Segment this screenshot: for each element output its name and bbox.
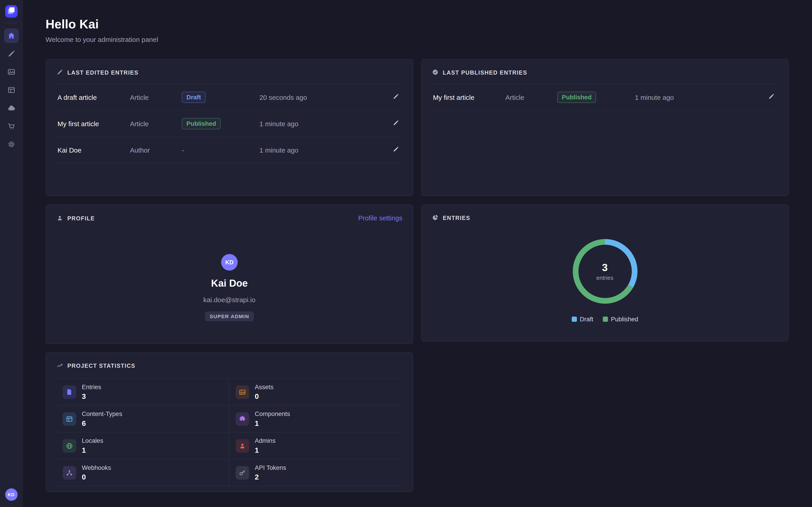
pencil-icon xyxy=(56,69,63,75)
status-badge: Published xyxy=(557,92,596,103)
project-statistics-title: PROJECT STATISTICS xyxy=(67,362,135,369)
stat-label: Locales xyxy=(82,437,103,444)
check-circle-icon xyxy=(432,69,439,75)
stat-value: 6 xyxy=(82,419,122,428)
stat-value: 0 xyxy=(82,473,111,481)
page-title: Hello Kai xyxy=(46,17,789,32)
dashboard-grid: LAST EDITED ENTRIES A draft article Arti… xyxy=(46,59,789,492)
edit-entry-button[interactable] xyxy=(766,91,777,103)
sidebar-item-home[interactable] xyxy=(4,29,18,43)
stats-grid: Entries3 Assets0 Content-Types6 Componen… xyxy=(56,378,402,486)
legend-label: Published xyxy=(611,316,638,323)
table-row[interactable]: Kai Doe Author - 1 minute ago xyxy=(56,137,402,163)
image-icon xyxy=(7,68,15,76)
stat-value: 1 xyxy=(255,419,290,428)
globe-icon xyxy=(63,439,76,452)
image-icon xyxy=(236,385,249,399)
entries-card: ENTRIES 3 entries Draft xyxy=(421,205,789,341)
stat-label: Webhooks xyxy=(82,464,111,471)
stat-label: Assets xyxy=(255,383,273,391)
pencil-icon xyxy=(393,146,399,154)
user-icon xyxy=(236,439,249,452)
trend-up-icon xyxy=(56,362,63,369)
page-subtitle: Welcome to your administration panel xyxy=(46,36,789,43)
layout-icon xyxy=(7,86,15,94)
stat-label: Admins xyxy=(255,437,275,444)
book-icon xyxy=(63,385,76,399)
role-badge: SUPER ADMIN xyxy=(205,312,254,321)
pencil-icon xyxy=(7,50,15,58)
home-icon xyxy=(7,32,15,40)
stat-label: Components xyxy=(255,410,290,417)
entry-kind: Article xyxy=(130,93,182,101)
profile-title: PROFILE xyxy=(67,215,95,221)
stat-locales: Locales1 xyxy=(56,433,230,459)
stat-value: 1 xyxy=(255,446,275,454)
sidebar-item-content-type-builder[interactable] xyxy=(4,83,18,97)
cloud-icon xyxy=(7,104,15,112)
sidebar-divider xyxy=(5,23,17,23)
entry-time: 1 minute ago xyxy=(259,120,387,127)
strapi-logo-icon xyxy=(8,7,14,16)
hub-icon xyxy=(63,466,76,479)
last-edited-title: LAST EDITED ENTRIES xyxy=(67,69,139,75)
layout-icon xyxy=(63,412,76,426)
legend-label: Draft xyxy=(580,316,594,323)
table-row[interactable]: My first article Article Published 1 min… xyxy=(432,84,778,111)
page-header: Hello Kai Welcome to your administration… xyxy=(46,17,789,44)
entry-name: Kai Doe xyxy=(57,146,130,154)
last-edited-card: LAST EDITED ENTRIES A draft article Arti… xyxy=(46,59,413,196)
stat-value: 3 xyxy=(82,392,101,400)
sidebar-user-avatar[interactable]: KD xyxy=(5,488,17,501)
stat-label: Entries xyxy=(82,383,101,391)
edit-entry-button[interactable] xyxy=(391,117,401,130)
last-published-title: LAST PUBLISHED ENTRIES xyxy=(443,69,527,75)
entry-time: 1 minute ago xyxy=(259,146,387,154)
legend-item-published: Published xyxy=(603,316,638,323)
sidebar-item-content-manager[interactable] xyxy=(4,47,18,61)
stat-value: 1 xyxy=(82,446,103,454)
entry-name: My first article xyxy=(57,120,130,127)
entries-total-label: entries xyxy=(596,275,613,281)
stat-label: Content-Types xyxy=(82,410,122,417)
profile-avatar: KD xyxy=(221,254,238,270)
last-published-table: My first article Article Published 1 min… xyxy=(432,84,778,111)
profile-name: Kai Doe xyxy=(211,278,248,289)
gear-icon xyxy=(7,140,15,149)
stat-components: Components1 xyxy=(230,406,402,433)
pie-chart-icon xyxy=(432,214,439,221)
last-published-card: LAST PUBLISHED ENTRIES My first article … xyxy=(421,59,789,196)
stat-webhooks: Webhooks0 xyxy=(56,459,230,486)
stat-admins: Admins1 xyxy=(230,433,402,459)
entry-kind: Article xyxy=(130,120,182,127)
pencil-icon xyxy=(393,93,399,101)
edit-entry-button[interactable] xyxy=(391,91,401,103)
strapi-logo[interactable] xyxy=(5,5,17,17)
entries-title: ENTRIES xyxy=(443,215,470,221)
sidebar-item-marketplace[interactable] xyxy=(4,119,18,133)
profile-settings-link[interactable]: Profile settings xyxy=(358,214,402,222)
table-row[interactable]: My first article Article Published 1 min… xyxy=(56,111,402,137)
sidebar-item-settings[interactable] xyxy=(4,137,18,152)
stat-value: 2 xyxy=(255,473,286,481)
edit-entry-button[interactable] xyxy=(391,144,401,156)
profile-email: kai.doe@strapi.io xyxy=(203,296,256,303)
project-statistics-card: PROJECT STATISTICS Entries3 Assets0 Cont… xyxy=(46,352,413,492)
stat-entries: Entries3 xyxy=(56,379,230,406)
entry-time: 20 seconds ago xyxy=(259,93,387,101)
table-row[interactable]: A draft article Article Draft 20 seconds… xyxy=(56,84,402,111)
stat-value: 0 xyxy=(255,392,273,400)
last-edited-table: A draft article Article Draft 20 seconds… xyxy=(56,84,402,164)
cart-icon xyxy=(7,122,15,130)
legend-item-draft: Draft xyxy=(571,316,593,323)
status-badge: Published xyxy=(182,118,221,129)
person-icon xyxy=(56,215,63,222)
sidebar-item-media-library[interactable] xyxy=(4,65,18,79)
profile-card: PROFILE Profile settings KD Kai Doe kai.… xyxy=(46,205,413,344)
pencil-icon xyxy=(768,93,775,101)
pencil-icon xyxy=(393,119,399,128)
stat-content-types: Content-Types6 xyxy=(56,406,230,433)
key-icon xyxy=(236,466,249,479)
entry-kind: Article xyxy=(505,93,557,101)
sidebar-item-cloud[interactable] xyxy=(4,101,18,115)
